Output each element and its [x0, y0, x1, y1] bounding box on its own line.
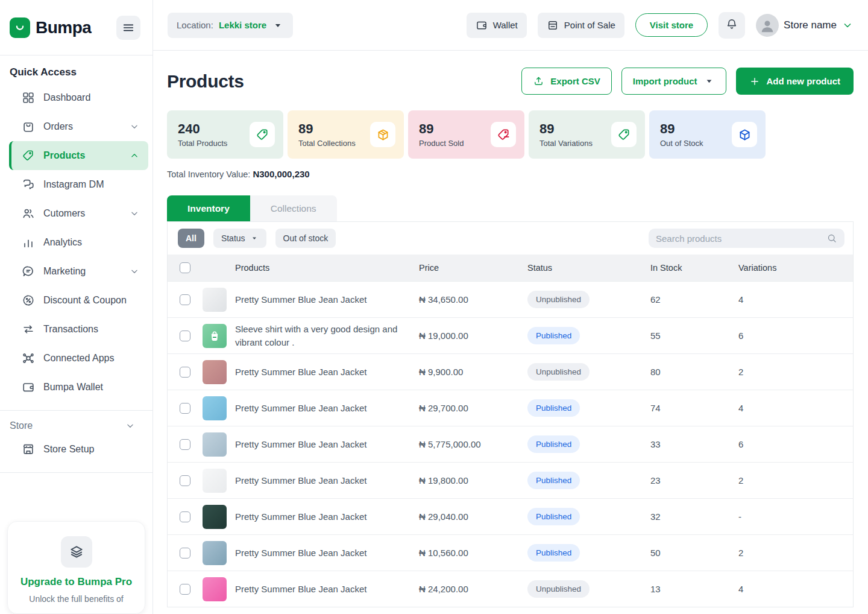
row-checkbox[interactable] [180, 475, 190, 486]
status-badge: Published [527, 435, 580, 453]
cube-icon [732, 122, 757, 147]
transactions-icon [22, 323, 35, 336]
connected-apps-icon [22, 352, 35, 365]
table-row: Pretty Summer Blue Jean Jacket ₦ 10,560.… [168, 534, 853, 571]
export-csv-button[interactable]: Export CSV [521, 68, 612, 95]
visit-store-button[interactable]: Visit store [635, 13, 708, 37]
sidebar-item-instagram-dm[interactable]: Instagram DM [9, 170, 148, 199]
logo-row: Bumpa [0, 0, 153, 55]
notifications-button[interactable] [719, 12, 745, 39]
instagram-dm-icon [22, 178, 35, 191]
add-new-product-button[interactable]: Add new product [736, 68, 854, 95]
filter-all[interactable]: All [178, 229, 204, 248]
sidebar-item-analytics[interactable]: Analytics [9, 228, 148, 257]
variations-value: 2 [738, 548, 853, 558]
sidebar-item-bumpa-wallet[interactable]: Bumpa Wallet [9, 373, 148, 402]
row-checkbox[interactable] [180, 584, 190, 595]
sidebar-toggle-button[interactable] [116, 16, 140, 40]
row-checkbox[interactable] [180, 511, 190, 522]
sidebar-item-products[interactable]: Products [9, 141, 148, 170]
table-row: Pretty Summer Blue Jean Jacket ₦ 24,200.… [168, 571, 853, 607]
sidebar-nav: Quick Access Dashboard Orders Products I… [0, 55, 153, 614]
sidebar: Bumpa Quick Access Dashboard Orders Prod… [0, 0, 153, 614]
point-of-sale-button[interactable]: Point of Sale [538, 13, 624, 38]
header-status: Status [527, 263, 650, 273]
sidebar-item-label: Cutomers [43, 208, 85, 219]
upgrade-subtitle: Unlock the full benefits of [16, 594, 136, 604]
product-thumbnail[interactable] [203, 396, 227, 420]
product-thumbnail[interactable] [203, 288, 227, 312]
variations-value: 6 [738, 439, 853, 449]
product-name[interactable]: Pretty Summer Blue Jean Jacket [235, 546, 419, 560]
row-checkbox[interactable] [180, 294, 190, 305]
product-name[interactable]: Pretty Summer Blue Jean Jacket [235, 438, 419, 451]
product-thumbnail[interactable] [203, 577, 227, 601]
location-selector[interactable]: Location: Lekki store [168, 13, 293, 38]
tab-collections[interactable]: Collections [250, 195, 337, 221]
sidebar-item-transactions[interactable]: Transactions [9, 315, 148, 344]
sidebar-item-label: Orders [43, 121, 73, 132]
account-menu[interactable]: Store name [756, 14, 854, 37]
product-thumbnail[interactable] [203, 505, 227, 529]
stat-value: 89 [539, 121, 593, 137]
product-thumbnail[interactable] [203, 360, 227, 384]
quick-access-list: Dashboard Orders Products Instagram DM C… [0, 83, 153, 402]
sidebar-item-store-setup[interactable]: Store Setup [9, 435, 148, 464]
sidebar-item-connected-apps[interactable]: Connected Apps [9, 344, 148, 373]
upgrade-card[interactable]: Upgrade to Bumpa Pro Unlock the full ben… [7, 521, 145, 614]
row-checkbox[interactable] [180, 367, 190, 378]
sidebar-item-marketing[interactable]: Marketing [9, 257, 148, 286]
sidebar-item-orders[interactable]: Orders [9, 112, 148, 141]
store-section-header[interactable]: Store [0, 419, 153, 435]
filter-status[interactable]: Status [213, 229, 266, 248]
sidebar-item-label: Products [43, 150, 85, 161]
variations-value: 4 [738, 584, 853, 594]
product-thumbnail[interactable] [203, 541, 227, 565]
product-thumbnail[interactable] [203, 324, 227, 348]
product-price: ₦ 29,040.00 [419, 511, 527, 522]
import-product-label: Import product [633, 76, 697, 86]
chevron-down-icon [129, 121, 140, 132]
sidebar-item-label: Connected Apps [43, 353, 114, 364]
in-stock-value: 50 [650, 548, 738, 558]
product-thumbnail[interactable] [203, 469, 227, 493]
product-price: ₦ 29,700.00 [419, 403, 527, 413]
product-name[interactable]: Pretty Summer Blue Jean Jacket [235, 510, 419, 524]
sidebar-item-discount-coupon[interactable]: Discount & Coupon [9, 286, 148, 315]
sidebar-item-cutomers[interactable]: Cutomers [9, 199, 148, 228]
dashboard-icon [22, 91, 35, 104]
chevron-down-icon [129, 266, 140, 277]
select-all-checkbox[interactable] [180, 262, 190, 273]
product-name[interactable]: Sleeve shirt with a very good design and… [235, 323, 419, 349]
brand-name: Bumpa [36, 18, 91, 37]
bumpa-logo-icon [10, 17, 30, 38]
product-price: ₦ 19,000.00 [419, 331, 527, 341]
product-name[interactable]: Pretty Summer Blue Jean Jacket [235, 402, 419, 415]
wallet-button[interactable]: Wallet [467, 13, 527, 38]
row-checkbox[interactable] [180, 548, 190, 559]
location-value: Lekki store [219, 20, 266, 30]
search-input[interactable] [656, 233, 826, 244]
layers-icon [61, 536, 92, 568]
product-name[interactable]: Pretty Summer Blue Jean Jacket [235, 293, 419, 306]
sidebar-item-dashboard[interactable]: Dashboard [9, 83, 148, 112]
tab-inventory[interactable]: Inventory [167, 195, 250, 221]
import-product-button[interactable]: Import product [621, 68, 726, 95]
orders-icon [22, 120, 35, 133]
filter-out-of-stock[interactable]: Out of stock [275, 229, 336, 248]
export-csv-label: Export CSV [550, 76, 600, 86]
product-name[interactable]: Pretty Summer Blue Jean Jacket [235, 474, 419, 487]
product-name[interactable]: Pretty Summer Blue Jean Jacket [235, 583, 419, 596]
sidebar-item-label: Analytics [43, 237, 82, 248]
row-checkbox[interactable] [180, 439, 190, 450]
status-badge: Unpublished [527, 363, 590, 381]
product-name[interactable]: Pretty Summer Blue Jean Jacket [235, 366, 419, 379]
row-checkbox[interactable] [180, 403, 190, 414]
stat-card-total-products: 240 Total Products [167, 110, 283, 159]
in-stock-value: 32 [650, 511, 738, 522]
product-thumbnail[interactable] [203, 432, 227, 457]
row-checkbox[interactable] [180, 331, 190, 341]
analytics-icon [22, 236, 35, 249]
status-badge: Published [527, 544, 580, 562]
bell-icon [725, 17, 738, 33]
